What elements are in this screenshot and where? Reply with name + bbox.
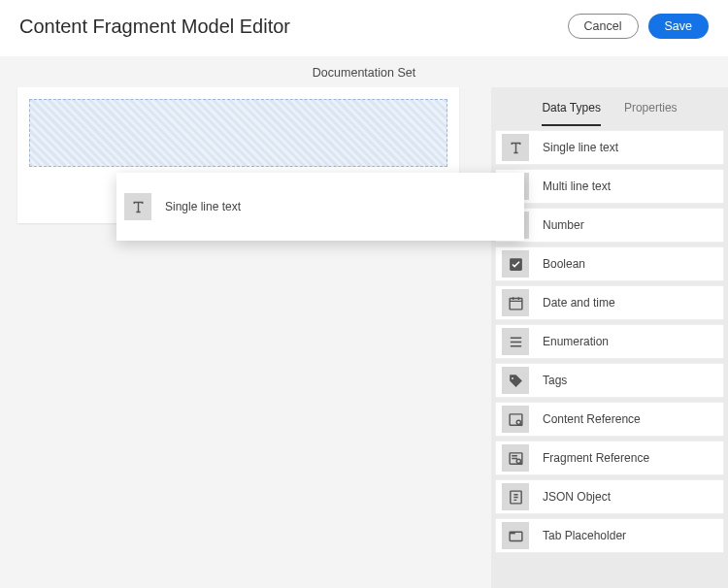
tags-icon: [502, 367, 529, 394]
tab-data-types[interactable]: Data Types: [542, 101, 600, 126]
data-type-label: Tags: [543, 374, 567, 387]
model-name-bar: Documentation Set: [0, 56, 728, 87]
dragging-card[interactable]: Single line text: [116, 173, 524, 241]
data-type-card[interactable]: Content Reference: [495, 402, 724, 437]
data-type-card[interactable]: JSON Object: [495, 479, 724, 514]
text-icon: [502, 134, 529, 161]
data-type-card[interactable]: Enumeration: [495, 324, 724, 359]
cancel-button[interactable]: Cancel: [568, 14, 639, 39]
save-button[interactable]: Save: [648, 14, 710, 39]
page-title: Content Fragment Model Editor: [19, 16, 290, 38]
data-type-label: Multi line text: [543, 180, 611, 193]
editor-header: Content Fragment Model Editor Cancel Sav…: [0, 0, 728, 56]
contentref-icon: [502, 406, 529, 433]
json-icon: [502, 483, 529, 510]
tab-properties[interactable]: Properties: [624, 101, 678, 126]
data-type-label: Boolean: [543, 257, 585, 271]
date-icon: [502, 289, 529, 316]
data-type-label: Enumeration: [543, 335, 609, 348]
data-type-card[interactable]: Date and time: [495, 285, 724, 320]
enum-icon: [502, 328, 529, 355]
data-type-card[interactable]: Multi line text: [495, 169, 724, 204]
data-type-card[interactable]: Tab Placeholder: [495, 518, 724, 553]
data-type-card[interactable]: Number: [495, 208, 724, 243]
data-type-label: JSON Object: [543, 490, 611, 504]
data-type-card[interactable]: Fragment Reference: [495, 441, 724, 475]
data-type-label: Number: [543, 218, 584, 232]
data-type-list: Single line textMulti line textNumberBoo…: [491, 126, 728, 557]
side-panel: Data Types Properties Single line textMu…: [491, 87, 728, 588]
data-type-card[interactable]: Boolean: [495, 246, 724, 281]
boolean-icon: [502, 250, 529, 278]
data-type-label: Fragment Reference: [543, 451, 649, 465]
data-type-card[interactable]: Tags: [495, 363, 724, 398]
data-type-label: Content Reference: [543, 412, 641, 426]
data-type-label: Date and time: [543, 296, 615, 310]
side-tabs: Data Types Properties: [491, 87, 728, 126]
dragging-card-label: Single line text: [165, 200, 241, 213]
model-name-label: Documentation Set: [313, 66, 415, 80]
svg-rect-8: [510, 532, 515, 534]
text-icon: [124, 193, 151, 220]
workspace: Single line text Data Types Properties S…: [0, 87, 728, 588]
canvas-area: Single line text: [0, 87, 491, 588]
dropzone[interactable]: [29, 99, 447, 167]
header-actions: Cancel Save: [568, 14, 709, 39]
svg-rect-1: [510, 298, 522, 309]
data-type-card[interactable]: Single line text: [495, 130, 724, 165]
fragmentref-icon: [502, 444, 529, 472]
data-type-label: Single line text: [543, 141, 618, 154]
data-type-label: Tab Placeholder: [543, 529, 626, 542]
tab-icon: [502, 522, 529, 549]
